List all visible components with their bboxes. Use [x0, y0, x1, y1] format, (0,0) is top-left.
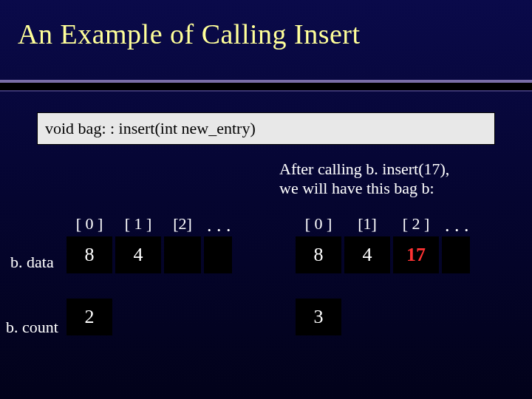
code-signature-box: void bag: : insert(int new_entry) — [37, 112, 495, 145]
right-index-2: [ 2 ] — [393, 214, 439, 236]
slide-title: An Example of Calling Insert — [0, 0, 532, 50]
left-index-0: [ 0 ] — [66, 214, 112, 236]
left-cell-tail — [204, 236, 232, 273]
caption-block: After calling b. insert(17), we will hav… — [279, 160, 508, 199]
left-count-cell: 2 — [66, 299, 112, 335]
right-index-1: [1] — [344, 214, 390, 236]
divider-bottom — [0, 90, 532, 92]
right-index-0: [ 0 ] — [296, 214, 341, 236]
left-cell-2-empty — [164, 236, 201, 273]
label-b-data-left: b. data — [10, 253, 54, 272]
divider-group — [0, 80, 532, 92]
right-count-cell: 3 — [296, 299, 341, 335]
right-cell-tail — [442, 236, 470, 273]
right-cell-1: 4 — [344, 236, 390, 273]
divider-mid — [0, 83, 532, 90]
right-cell-0: 8 — [296, 236, 341, 273]
left-cell-0: 8 — [66, 236, 112, 273]
left-cell-1: 4 — [115, 236, 161, 273]
code-signature-text: void bag: : insert(int new_entry) — [45, 119, 256, 138]
label-b-count-left: b. count — [6, 318, 58, 337]
caption-line-2: we will have this bag b: — [279, 179, 508, 198]
left-ellipsis: . . . — [204, 214, 233, 236]
right-cell-2-highlight: 17 — [393, 236, 439, 273]
right-ellipsis: . . . — [442, 214, 471, 236]
left-index-1: [ 1 ] — [115, 214, 161, 236]
right-array-block: [ 0 ] 8 [1] 4 [ 2 ] 17 . . . — [296, 214, 471, 273]
caption-line-1: After calling b. insert(17), — [279, 160, 508, 179]
left-index-2: [2] — [164, 214, 201, 236]
